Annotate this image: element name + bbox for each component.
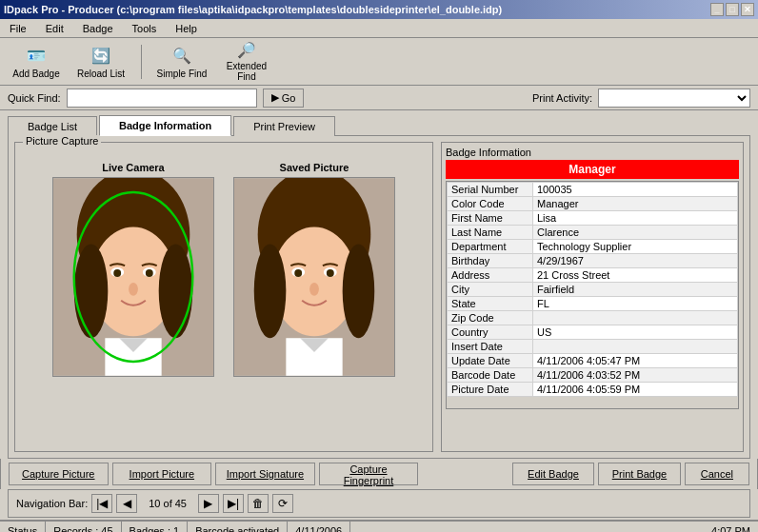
nav-last-button[interactable]: ▶|	[223, 494, 244, 513]
import-picture-button[interactable]: Import Picture	[112, 463, 212, 485]
badge-info-row: DepartmentTechnology Supplier	[448, 240, 738, 254]
tab-badge-information[interactable]: Badge Information	[99, 115, 231, 136]
close-button[interactable]: ✕	[741, 3, 754, 16]
badge-field-label: Color Code	[448, 197, 533, 211]
badge-field-label: Address	[448, 268, 533, 283]
quickfind-label: Quick Find:	[8, 92, 61, 104]
nav-count: 10 of 45	[141, 498, 194, 509]
tab-badge-list[interactable]: Badge List	[8, 116, 97, 136]
add-badge-button[interactable]: 🪪 Add Badge	[8, 42, 65, 82]
extended-find-button[interactable]: 🔎 Extended Find	[218, 42, 275, 82]
quickfind-bar: Quick Find: ▶ Go Print Activity:	[0, 86, 758, 110]
badge-info-section-title: Badge Information	[446, 147, 739, 158]
menu-bar: File Edit Badge Tools Help	[0, 19, 758, 38]
badge-info-row: Last NameClarence	[448, 226, 738, 240]
print-activity-label: Print Activity:	[532, 92, 592, 104]
badge-field-label: Serial Number	[448, 183, 533, 197]
svg-point-16	[343, 244, 375, 338]
capture-picture-button[interactable]: Capture Picture	[9, 463, 109, 485]
badge-field-value: Clarence	[533, 226, 738, 240]
import-signature-button[interactable]: Import Signature	[215, 463, 315, 485]
picture-capture-title: Picture Capture	[23, 135, 101, 147]
svg-point-9	[129, 283, 138, 296]
reload-icon: 🔄	[90, 44, 112, 67]
toolbar: 🪪 Add Badge 🔄 Reload List 🔍 Simple Find …	[0, 38, 758, 86]
svg-point-8	[146, 269, 153, 277]
badge-field-label: Last Name	[448, 226, 533, 240]
simple-find-icon: 🔍	[170, 44, 193, 67]
status-records: Records : 45	[46, 522, 121, 532]
badge-field-value: 21 Cross Street	[533, 268, 738, 283]
svg-point-21	[309, 283, 319, 296]
badge-info-row: First NameLisa	[448, 211, 738, 226]
nav-delete-button[interactable]: 🗑	[248, 494, 269, 513]
live-camera-image	[53, 178, 213, 376]
badge-info-row: CountryUS	[448, 325, 738, 340]
badge-field-label: Birthday	[448, 254, 533, 268]
badge-field-label: Zip Code	[448, 311, 533, 325]
nav-prev-button[interactable]: ◀	[116, 494, 137, 513]
saved-picture-image	[234, 178, 394, 376]
extended-find-icon: 🔎	[235, 41, 258, 59]
status-bar: Status Records : 45 Badges : 1 Barcode a…	[0, 520, 758, 532]
capture-fingerprint-button[interactable]: Capture Fingerprint	[319, 463, 419, 485]
title-bar: IDpack Pro - Producer (c:\program files\…	[0, 0, 758, 19]
svg-point-20	[327, 269, 334, 277]
badge-info-row: Zip Code	[448, 311, 738, 325]
edit-badge-button[interactable]: Edit Badge	[512, 463, 594, 485]
badge-info-row: Picture Date4/11/2006 4:05:59 PM	[448, 383, 738, 397]
live-camera-col: Live Camera	[52, 162, 214, 377]
menu-help[interactable]: Help	[170, 21, 203, 36]
menu-badge[interactable]: Badge	[77, 21, 119, 36]
badge-info-panel: Badge Information Manager Serial Number1…	[441, 142, 744, 452]
tab-print-preview[interactable]: Print Preview	[233, 116, 335, 136]
print-activity-select[interactable]	[598, 89, 750, 108]
badge-info-row: Serial Number100035	[448, 183, 738, 197]
tabs-bar: Badge List Badge Information Print Previ…	[0, 110, 758, 135]
badge-info-table: Serial Number100035Color CodeManagerFirs…	[447, 182, 738, 397]
window-controls: _ □ ✕	[710, 3, 754, 16]
live-camera-frame	[52, 177, 214, 377]
saved-picture-frame	[233, 177, 395, 377]
badge-field-label: State	[448, 297, 533, 311]
nav-bar-label: Navigation Bar:	[16, 498, 88, 509]
badge-field-label: City	[448, 283, 533, 297]
print-badge-button[interactable]: Print Badge	[598, 463, 680, 485]
nav-next-button[interactable]: ▶	[198, 494, 219, 513]
cancel-button[interactable]: Cancel	[685, 463, 749, 485]
action-buttons-bar: Capture Picture Import Picture Import Si…	[0, 459, 758, 489]
badge-field-value: 4/11/2006 4:03:52 PM	[533, 368, 738, 383]
badge-field-value: 100035	[533, 183, 738, 197]
badge-field-value: US	[533, 325, 738, 340]
badge-info-row: Barcode Date4/11/2006 4:03:52 PM	[448, 368, 738, 383]
svg-point-19	[294, 269, 302, 277]
badge-field-value: Technology Supplier	[533, 240, 738, 254]
badge-field-value	[533, 340, 738, 354]
badge-field-value	[533, 311, 738, 325]
badge-field-value: Manager	[533, 197, 738, 211]
saved-picture-label: Saved Picture	[280, 162, 349, 173]
nav-refresh-button[interactable]: ⟳	[272, 494, 293, 513]
go-arrow-icon: ▶	[271, 91, 279, 104]
menu-file[interactable]: File	[4, 21, 32, 36]
minimize-button[interactable]: _	[710, 3, 724, 16]
nav-first-button[interactable]: |◀	[91, 494, 112, 513]
menu-edit[interactable]: Edit	[40, 21, 70, 36]
main-content: Picture Capture Live Camera	[8, 135, 750, 459]
badge-field-label: Department	[448, 240, 533, 254]
badge-info-row: StateFL	[448, 297, 738, 311]
badge-info-scroll[interactable]: Serial Number100035Color CodeManagerFirs…	[446, 181, 739, 409]
menu-tools[interactable]: Tools	[127, 21, 163, 36]
navigation-bar: Navigation Bar: |◀ ◀ 10 of 45 ▶ ▶| 🗑 ⟳	[8, 489, 750, 518]
badge-field-label: Picture Date	[448, 383, 533, 397]
simple-find-button[interactable]: 🔍 Simple Find	[153, 42, 210, 82]
status-time: 4:07 PM	[704, 522, 758, 532]
maximize-button[interactable]: □	[726, 3, 739, 16]
go-button[interactable]: ▶ Go	[263, 89, 305, 108]
reload-list-button[interactable]: 🔄 Reload List	[72, 42, 130, 82]
badge-field-value: 4/11/2006 4:05:59 PM	[533, 383, 738, 397]
svg-point-3	[74, 244, 109, 338]
picture-columns: Live Camera	[19, 147, 429, 381]
quickfind-input[interactable]	[67, 89, 257, 108]
status-barcode: Barcode activated	[188, 522, 288, 532]
